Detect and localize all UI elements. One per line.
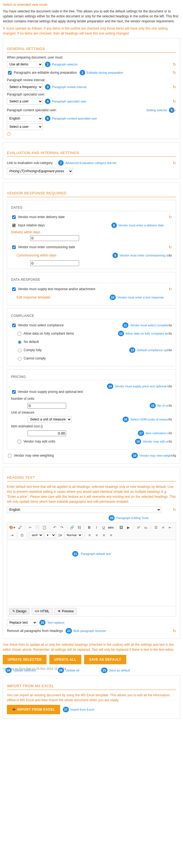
- align-left-icon[interactable]: ≡: [86, 532, 93, 538]
- refresh-icon[interactable]: ↻: [169, 287, 172, 291]
- cost-input[interactable]: [28, 430, 66, 436]
- redo-icon[interactable]: ↷: [59, 524, 65, 530]
- subscript-icon[interactable]: x₂: [143, 524, 149, 530]
- copy-icon[interactable]: 📄: [34, 524, 40, 530]
- ol-icon[interactable]: ≡: [160, 524, 166, 530]
- align-justify-icon[interactable]: ≡: [108, 532, 114, 538]
- paste-icon[interactable]: 📋: [41, 524, 47, 530]
- weighting-checkbox[interactable]: [8, 454, 11, 458]
- ann-13: 13: [129, 347, 135, 353]
- data-response-title: DATA RESPONSE: [11, 277, 172, 283]
- pricing-checkbox[interactable]: [12, 390, 16, 394]
- html-mode-button[interactable]: </> HTML: [32, 608, 52, 615]
- outdent-icon[interactable]: ⇤: [167, 524, 173, 530]
- ann-13-text: Default compliance option: [137, 348, 172, 352]
- edit-units-checkbox[interactable]: [17, 440, 21, 443]
- update-all-button[interactable]: UPDATE ALL: [49, 655, 81, 664]
- font-select[interactable]: serif: [29, 532, 43, 538]
- superscript-icon[interactable]: x²: [136, 524, 142, 530]
- link-icon[interactable]: 🔗: [69, 524, 75, 530]
- delivery-date-checkbox[interactable]: [12, 215, 16, 219]
- relative-days-checkbox[interactable]: [12, 224, 16, 227]
- refresh-icon[interactable]: ↻: [169, 215, 172, 219]
- compliance-checkbox[interactable]: [12, 323, 16, 327]
- font-size-select[interactable]: ▾: [44, 532, 56, 538]
- update-selected-button[interactable]: UPDATE SELECTED: [3, 655, 46, 664]
- compliance-check-label: Vendor must select compliance: [18, 323, 64, 327]
- ann-26: 26: [58, 668, 64, 673]
- refresh-icon[interactable]: ↻: [169, 245, 172, 249]
- design-mode-button[interactable]: ✎ Design: [9, 608, 30, 615]
- image-icon[interactable]: 🖼: [118, 524, 124, 530]
- comply-fully-radio[interactable]: [18, 349, 22, 352]
- eval-category-select[interactable]: Pricing (T)>Pricing>Equipment prices: [7, 168, 73, 175]
- omega-icon[interactable]: Ω: [19, 532, 25, 538]
- commissioning-within-input[interactable]: [30, 260, 79, 266]
- paint-icon[interactable]: 🎨▾: [9, 524, 16, 530]
- refresh-icon[interactable]: ↻: [173, 62, 176, 66]
- strike-icon[interactable]: abc: [108, 524, 114, 530]
- extended-view-link[interactable]: Switch to extended view mode: [3, 3, 47, 7]
- refresh-icon[interactable]: ↻: [173, 161, 176, 165]
- update-note: Use these links to update all or only th…: [3, 642, 180, 652]
- align-right-icon[interactable]: ≡: [101, 532, 107, 538]
- refresh-icon[interactable]: ↻: [173, 99, 176, 103]
- specialist-select[interactable]: Select a user: [7, 98, 43, 105]
- review-interval-select[interactable]: Select a frequency: [7, 84, 43, 90]
- refresh-icon[interactable]: ↻: [169, 323, 172, 328]
- refresh-icon[interactable]: ↻: [169, 431, 172, 435]
- ann-9-text: Vendor must enter commissioning date: [120, 254, 172, 257]
- refresh-icon[interactable]: ↻: [169, 331, 172, 336]
- ann-19: 19: [132, 453, 138, 458]
- refresh-icon[interactable]: ↻: [169, 384, 172, 389]
- underline-icon[interactable]: U: [101, 524, 107, 530]
- refresh-icon[interactable]: ↻: [173, 70, 176, 75]
- prepare-select[interactable]: Use all items: [7, 61, 43, 68]
- no-default-label: No default: [24, 340, 39, 344]
- size-display: 1▾: [57, 532, 63, 538]
- commissioning-checkbox[interactable]: [12, 245, 16, 249]
- style-select[interactable]: Normal: [64, 532, 82, 538]
- media-icon[interactable]: ▶: [125, 524, 132, 530]
- ann-18: 18: [135, 439, 141, 444]
- italic-icon[interactable]: I: [94, 524, 100, 530]
- edit-response-template-link[interactable]: Edit response template: [16, 296, 50, 299]
- ann-24: 24: [5, 668, 11, 673]
- language-select[interactable]: English: [7, 115, 43, 122]
- refresh-icon[interactable]: ↻: [169, 417, 172, 422]
- refresh-icon[interactable]: ↻: [169, 348, 172, 352]
- save-default-button[interactable]: SAVE AS DEFAULT: [84, 655, 126, 664]
- refresh-icon[interactable]: ↻: [169, 439, 172, 444]
- refresh-icon[interactable]: ↻: [173, 108, 176, 112]
- no-default-radio[interactable]: [18, 340, 22, 344]
- ann-2: 2: [80, 70, 85, 75]
- indent-icon[interactable]: ⇥: [9, 532, 15, 538]
- editor-body[interactable]: 21 Paragraph default text: [7, 540, 176, 606]
- undo-icon[interactable]: ↶: [51, 524, 58, 530]
- refresh-icon[interactable]: ↻: [173, 453, 176, 458]
- highlight-icon[interactable]: 🖍: [17, 524, 23, 530]
- uom-select[interactable]: Select a unit of measure: [28, 416, 72, 423]
- heading-language-select[interactable]: English: [7, 506, 161, 513]
- refresh-icon[interactable]: ↻: [169, 403, 172, 408]
- preview-mode-button[interactable]: 👁 Preview: [54, 608, 77, 615]
- bold-icon[interactable]: B: [86, 524, 92, 530]
- cannot-comply-radio[interactable]: [18, 357, 22, 361]
- allow-data-checkbox[interactable]: [17, 332, 21, 335]
- import-excel-button[interactable]: 📥 IMPORT FROM EXCEL: [7, 705, 60, 714]
- units-input[interactable]: [28, 403, 66, 409]
- refresh-icon[interactable]: ↻: [173, 629, 176, 633]
- refresh-icon[interactable]: ↻: [173, 507, 176, 512]
- unlink-icon[interactable]: ⛓: [76, 524, 82, 530]
- refresh-icon[interactable]: ↻: [173, 85, 176, 89]
- refresh-icon[interactable]: ↻: [169, 253, 172, 257]
- content-specialist-select[interactable]: Select a user: [7, 123, 43, 130]
- delivery-within-input[interactable]: [30, 235, 79, 241]
- editable-checkbox[interactable]: [8, 71, 11, 74]
- text-response-checkbox[interactable]: [12, 287, 16, 291]
- ann-27: 27: [63, 707, 69, 712]
- replace-text-select[interactable]: Replace text: [7, 619, 37, 626]
- ul-icon[interactable]: ☰: [153, 524, 159, 530]
- align-center-icon[interactable]: ≡: [94, 532, 100, 538]
- cut-icon[interactable]: ✂: [27, 524, 33, 530]
